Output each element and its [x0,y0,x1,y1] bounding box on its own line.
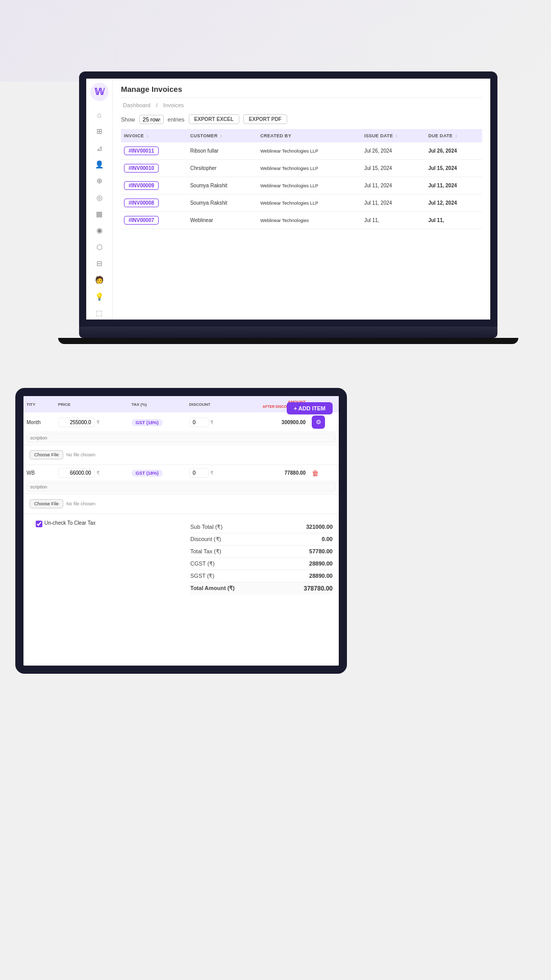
price-input-1[interactable] [58,418,95,427]
th-tity: TITY [23,396,55,412]
export-pdf-button[interactable]: EXPORT PDF [243,114,287,124]
nav-person-icon[interactable]: 🧑 [92,273,107,286]
breadcrumb-invoices[interactable]: Invoices [163,102,184,108]
th-customer[interactable]: CUSTOMER ↕ [187,129,257,142]
invoice-customer-0: Ribson fullar [187,142,257,160]
choose-file-button-1[interactable]: Choose File [30,450,63,459]
laptop-sidebar: 𝕎 ⌂ ⊞ ⊿ 👤 ⊕ ◎ ▦ ◉ ⬡ ⊟ 🧑 💡 ⬚ [86,79,113,320]
page-title: Manage Invoices [121,85,482,98]
item-price-2: ₹ [55,465,129,481]
gear-icon-button-1[interactable]: ⚙ [312,415,325,429]
invoice-table: INVOICE ↕ CUSTOMER ↕ CREATED BY ISSUE DA… [121,129,482,229]
entries-label: entries [168,116,185,122]
nav-headphones-icon[interactable]: ◉ [92,224,107,237]
nav-analytics-icon[interactable]: ⊞ [92,125,107,138]
invoice-customer-1: Chrsitopher [187,160,257,177]
nav-globe-icon[interactable]: ◎ [92,191,107,204]
add-item-button[interactable]: + ADD ITEM [287,402,333,414]
laptop-base [79,327,497,338]
table-row: #INV00010 Chrsitopher Weblinear Technolo… [121,160,482,177]
item-unit-1: Month [23,412,55,432]
price-input-2[interactable] [58,468,95,478]
table-controls: Show entries EXPORT EXCEL EXPORT PDF [121,114,482,124]
invoice-due-2: Jul 11, 2024 [425,177,482,194]
item-discount-2: ₹ [186,465,233,481]
item-tax-2: GST (18%) [129,465,186,481]
sgst-label: SGST (₹) [190,573,214,579]
nav-users-icon[interactable]: 👤 [92,158,107,171]
sgst-value: 28890.00 [309,573,333,579]
invoice-id-0[interactable]: #INV00011 [121,142,187,160]
invoice-customer-2: Soumya Rakshit [187,177,257,194]
invoice-id-4[interactable]: #INV00007 [121,212,187,229]
discount-input-2[interactable] [189,468,209,478]
discount-input-1[interactable] [189,418,209,427]
invoice-issue-0: Jul 26, 2024 [361,142,425,160]
table-row-file-2: Choose File No file chosen [23,494,339,514]
invoice-customer-4: Weblinear [187,212,257,229]
invoice-id-1[interactable]: #INV00010 [121,160,187,177]
sub-total-row: Sub Total (₹) 321000.00 [190,521,333,533]
th-created-by[interactable]: CREATED BY [257,129,361,142]
th-invoice[interactable]: INVOICE ↕ [121,129,187,142]
invoice-creator-1: Weblinear Technologies LLP [257,160,361,177]
nav-chat-icon[interactable]: ⬡ [92,240,107,254]
invoice-customer-3: Soumya Rakshit [187,194,257,212]
invoice-due-1: Jul 15, 2024 [425,160,482,177]
discount-value: 0.00 [322,536,333,543]
no-file-text-1: No file chosen [66,452,95,457]
total-tax-row: Total Tax (₹) 57780.00 [190,546,333,558]
nav-filter-icon[interactable]: ⊿ [92,141,107,155]
show-label: Show [121,116,135,122]
clear-tax-checkbox[interactable] [36,521,42,527]
invoice-id-2[interactable]: #INV00009 [121,177,187,194]
nav-chart-icon[interactable]: ⊕ [92,174,107,187]
invoice-issue-1: Jul 15, 2024 [361,160,425,177]
nav-home-icon[interactable]: ⌂ [92,108,107,121]
description-input-2[interactable] [27,482,336,492]
invoice-due-4: Jul 11, [425,212,482,229]
tax-badge-1[interactable]: GST (18%) [132,419,163,426]
delete-icon-2[interactable]: 🗑 [312,469,319,477]
laptop-screen: 𝕎 ⌂ ⊞ ⊿ 👤 ⊕ ◎ ▦ ◉ ⬡ ⊟ 🧑 💡 ⬚ Manag [79,71,497,327]
th-due-date[interactable]: DUE DATE ↕ [425,129,482,142]
cgst-row: CGST (₹) 28890.00 [190,558,333,570]
choose-file-button-2[interactable]: Choose File [30,499,63,508]
discount-label: Discount (₹) [190,536,221,543]
nav-message-icon[interactable]: ▦ [92,207,107,220]
nav-box-icon[interactable]: ⬚ [92,306,107,320]
invoice-issue-3: Jul 11, 2024 [361,194,425,212]
table-row-desc-2 [23,481,339,494]
nav-bulb-icon[interactable]: 💡 [92,289,107,303]
total-amount-row: Total Amount (₹) 378780.00 [190,582,333,595]
export-excel-button[interactable]: EXPORT EXCEL [189,114,239,124]
table-row: #INV00008 Soumya Rakshit Weblinear Techn… [121,194,482,212]
item-action-1: ⚙ [309,412,339,432]
tax-badge-2[interactable]: GST (18%) [132,470,163,477]
invoice-issue-2: Jul 11, 2024 [361,177,425,194]
no-file-text-2: No file chosen [66,501,95,506]
nav-grid-icon[interactable]: ⊟ [92,257,107,270]
description-input-1[interactable] [27,433,336,443]
th-price: PRICE [55,396,129,412]
breadcrumb-dashboard[interactable]: Dashboard [123,102,151,108]
invoice-creator-3: Weblinear Technologies LLP [257,194,361,212]
uncheck-section: Un-check To Clear Tax [30,517,184,530]
table-row: #INV00007 Weblinear Weblinear Technologi… [121,212,482,229]
invoice-id-3[interactable]: #INV00008 [121,194,187,212]
tablet-screen: + ADD ITEM TITY PRICE TAX (%) DISCOUNT A… [15,388,347,674]
uncheck-label: Un-check To Clear Tax [44,520,95,526]
svg-text:𝕎: 𝕎 [94,87,105,97]
sub-total-value: 321000.00 [306,524,333,530]
invoice-creator-0: Weblinear Technologies LLP [257,142,361,160]
table-row-2: WB ₹ GST (18%) [23,465,339,481]
th-issue-date[interactable]: ISSUE DATE ↕ [361,129,425,142]
table-row-file-1: Choose File No file chosen [23,445,339,465]
item-unit-2: WB [23,465,55,481]
breadcrumb-separator: / [156,102,158,108]
cgst-value: 28890.00 [309,560,333,567]
app-logo[interactable]: 𝕎 [90,83,109,101]
item-discount-1: ₹ [186,412,233,432]
invoice-due-3: Jul 12, 2024 [425,194,482,212]
rows-input[interactable] [139,115,164,124]
